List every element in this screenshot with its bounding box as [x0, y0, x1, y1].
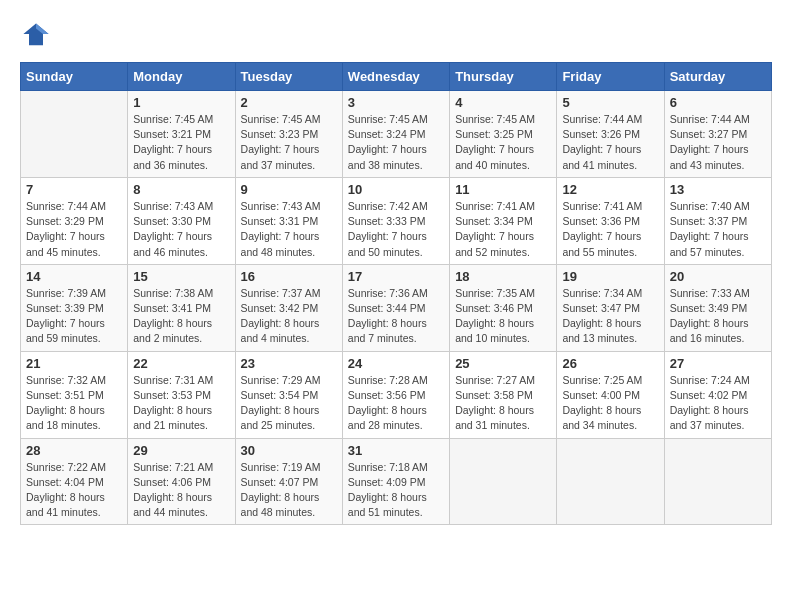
day-header-saturday: Saturday: [664, 63, 771, 91]
day-info: Sunrise: 7:43 AMSunset: 3:30 PMDaylight:…: [133, 199, 229, 260]
day-info: Sunrise: 7:39 AMSunset: 3:39 PMDaylight:…: [26, 286, 122, 347]
week-row-4: 21Sunrise: 7:32 AMSunset: 3:51 PMDayligh…: [21, 351, 772, 438]
calendar-cell: 9Sunrise: 7:43 AMSunset: 3:31 PMDaylight…: [235, 177, 342, 264]
calendar-cell: 21Sunrise: 7:32 AMSunset: 3:51 PMDayligh…: [21, 351, 128, 438]
calendar-cell: 15Sunrise: 7:38 AMSunset: 3:41 PMDayligh…: [128, 264, 235, 351]
calendar-cell: 14Sunrise: 7:39 AMSunset: 3:39 PMDayligh…: [21, 264, 128, 351]
day-number: 24: [348, 356, 444, 371]
calendar-cell: 24Sunrise: 7:28 AMSunset: 3:56 PMDayligh…: [342, 351, 449, 438]
day-info: Sunrise: 7:45 AMSunset: 3:25 PMDaylight:…: [455, 112, 551, 173]
day-number: 27: [670, 356, 766, 371]
calendar-cell: 26Sunrise: 7:25 AMSunset: 4:00 PMDayligh…: [557, 351, 664, 438]
day-number: 4: [455, 95, 551, 110]
day-number: 29: [133, 443, 229, 458]
day-header-sunday: Sunday: [21, 63, 128, 91]
day-number: 14: [26, 269, 122, 284]
calendar-cell: 5Sunrise: 7:44 AMSunset: 3:26 PMDaylight…: [557, 91, 664, 178]
calendar-cell: 28Sunrise: 7:22 AMSunset: 4:04 PMDayligh…: [21, 438, 128, 525]
calendar-cell: 23Sunrise: 7:29 AMSunset: 3:54 PMDayligh…: [235, 351, 342, 438]
day-number: 30: [241, 443, 337, 458]
day-number: 31: [348, 443, 444, 458]
day-info: Sunrise: 7:40 AMSunset: 3:37 PMDaylight:…: [670, 199, 766, 260]
day-number: 22: [133, 356, 229, 371]
calendar-cell: 19Sunrise: 7:34 AMSunset: 3:47 PMDayligh…: [557, 264, 664, 351]
day-info: Sunrise: 7:45 AMSunset: 3:21 PMDaylight:…: [133, 112, 229, 173]
calendar-cell: 8Sunrise: 7:43 AMSunset: 3:30 PMDaylight…: [128, 177, 235, 264]
day-info: Sunrise: 7:44 AMSunset: 3:26 PMDaylight:…: [562, 112, 658, 173]
day-info: Sunrise: 7:45 AMSunset: 3:23 PMDaylight:…: [241, 112, 337, 173]
day-number: 15: [133, 269, 229, 284]
logo: [20, 20, 50, 52]
day-info: Sunrise: 7:29 AMSunset: 3:54 PMDaylight:…: [241, 373, 337, 434]
day-number: 23: [241, 356, 337, 371]
logo-icon: [22, 20, 50, 48]
calendar-cell: 25Sunrise: 7:27 AMSunset: 3:58 PMDayligh…: [450, 351, 557, 438]
day-info: Sunrise: 7:22 AMSunset: 4:04 PMDaylight:…: [26, 460, 122, 521]
calendar-cell: 31Sunrise: 7:18 AMSunset: 4:09 PMDayligh…: [342, 438, 449, 525]
day-info: Sunrise: 7:43 AMSunset: 3:31 PMDaylight:…: [241, 199, 337, 260]
day-number: 13: [670, 182, 766, 197]
calendar-cell: 17Sunrise: 7:36 AMSunset: 3:44 PMDayligh…: [342, 264, 449, 351]
day-info: Sunrise: 7:44 AMSunset: 3:29 PMDaylight:…: [26, 199, 122, 260]
header: [20, 20, 772, 52]
day-info: Sunrise: 7:21 AMSunset: 4:06 PMDaylight:…: [133, 460, 229, 521]
calendar-table: SundayMondayTuesdayWednesdayThursdayFrid…: [20, 62, 772, 525]
calendar-cell: 4Sunrise: 7:45 AMSunset: 3:25 PMDaylight…: [450, 91, 557, 178]
day-number: 28: [26, 443, 122, 458]
day-number: 1: [133, 95, 229, 110]
calendar-cell: 3Sunrise: 7:45 AMSunset: 3:24 PMDaylight…: [342, 91, 449, 178]
day-info: Sunrise: 7:36 AMSunset: 3:44 PMDaylight:…: [348, 286, 444, 347]
day-info: Sunrise: 7:18 AMSunset: 4:09 PMDaylight:…: [348, 460, 444, 521]
calendar-cell: 10Sunrise: 7:42 AMSunset: 3:33 PMDayligh…: [342, 177, 449, 264]
calendar-cell: [557, 438, 664, 525]
calendar-cell: 2Sunrise: 7:45 AMSunset: 3:23 PMDaylight…: [235, 91, 342, 178]
day-info: Sunrise: 7:42 AMSunset: 3:33 PMDaylight:…: [348, 199, 444, 260]
day-number: 7: [26, 182, 122, 197]
day-number: 8: [133, 182, 229, 197]
day-info: Sunrise: 7:44 AMSunset: 3:27 PMDaylight:…: [670, 112, 766, 173]
day-number: 17: [348, 269, 444, 284]
day-info: Sunrise: 7:31 AMSunset: 3:53 PMDaylight:…: [133, 373, 229, 434]
day-info: Sunrise: 7:35 AMSunset: 3:46 PMDaylight:…: [455, 286, 551, 347]
calendar-cell: 27Sunrise: 7:24 AMSunset: 4:02 PMDayligh…: [664, 351, 771, 438]
day-number: 11: [455, 182, 551, 197]
day-info: Sunrise: 7:28 AMSunset: 3:56 PMDaylight:…: [348, 373, 444, 434]
calendar-cell: [450, 438, 557, 525]
day-number: 12: [562, 182, 658, 197]
week-row-5: 28Sunrise: 7:22 AMSunset: 4:04 PMDayligh…: [21, 438, 772, 525]
day-number: 20: [670, 269, 766, 284]
day-number: 21: [26, 356, 122, 371]
day-info: Sunrise: 7:19 AMSunset: 4:07 PMDaylight:…: [241, 460, 337, 521]
day-info: Sunrise: 7:38 AMSunset: 3:41 PMDaylight:…: [133, 286, 229, 347]
calendar-cell: [664, 438, 771, 525]
calendar-cell: 13Sunrise: 7:40 AMSunset: 3:37 PMDayligh…: [664, 177, 771, 264]
calendar-cell: 22Sunrise: 7:31 AMSunset: 3:53 PMDayligh…: [128, 351, 235, 438]
calendar-cell: 29Sunrise: 7:21 AMSunset: 4:06 PMDayligh…: [128, 438, 235, 525]
day-number: 3: [348, 95, 444, 110]
day-number: 5: [562, 95, 658, 110]
calendar-cell: 20Sunrise: 7:33 AMSunset: 3:49 PMDayligh…: [664, 264, 771, 351]
day-number: 18: [455, 269, 551, 284]
day-number: 25: [455, 356, 551, 371]
day-header-row: SundayMondayTuesdayWednesdayThursdayFrid…: [21, 63, 772, 91]
day-number: 19: [562, 269, 658, 284]
day-header-friday: Friday: [557, 63, 664, 91]
week-row-3: 14Sunrise: 7:39 AMSunset: 3:39 PMDayligh…: [21, 264, 772, 351]
day-info: Sunrise: 7:25 AMSunset: 4:00 PMDaylight:…: [562, 373, 658, 434]
calendar-cell: 1Sunrise: 7:45 AMSunset: 3:21 PMDaylight…: [128, 91, 235, 178]
calendar-cell: 11Sunrise: 7:41 AMSunset: 3:34 PMDayligh…: [450, 177, 557, 264]
calendar-cell: 7Sunrise: 7:44 AMSunset: 3:29 PMDaylight…: [21, 177, 128, 264]
day-info: Sunrise: 7:45 AMSunset: 3:24 PMDaylight:…: [348, 112, 444, 173]
calendar-cell: 6Sunrise: 7:44 AMSunset: 3:27 PMDaylight…: [664, 91, 771, 178]
day-info: Sunrise: 7:41 AMSunset: 3:34 PMDaylight:…: [455, 199, 551, 260]
day-info: Sunrise: 7:34 AMSunset: 3:47 PMDaylight:…: [562, 286, 658, 347]
day-number: 26: [562, 356, 658, 371]
day-number: 9: [241, 182, 337, 197]
day-number: 2: [241, 95, 337, 110]
calendar-cell: [21, 91, 128, 178]
day-info: Sunrise: 7:24 AMSunset: 4:02 PMDaylight:…: [670, 373, 766, 434]
calendar-cell: 18Sunrise: 7:35 AMSunset: 3:46 PMDayligh…: [450, 264, 557, 351]
day-header-thursday: Thursday: [450, 63, 557, 91]
calendar-cell: 16Sunrise: 7:37 AMSunset: 3:42 PMDayligh…: [235, 264, 342, 351]
day-header-wednesday: Wednesday: [342, 63, 449, 91]
